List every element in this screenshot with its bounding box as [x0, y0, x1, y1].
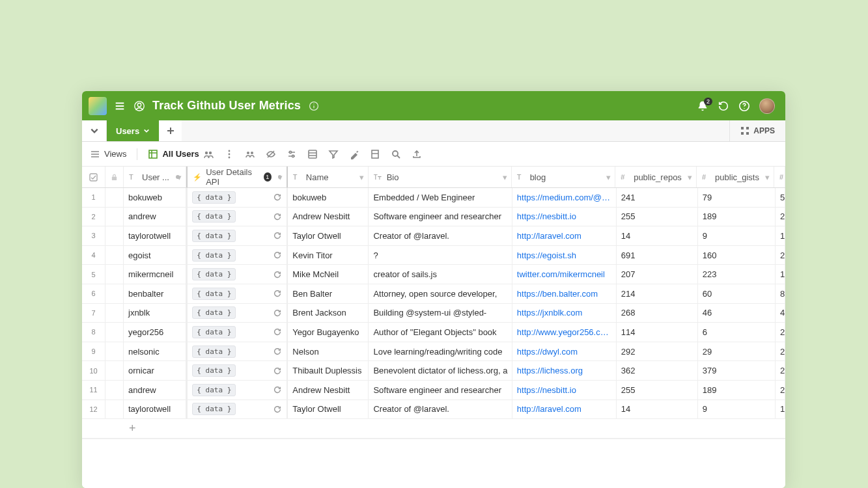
- cell-blog[interactable]: http://laravel.com: [512, 400, 617, 419]
- column-header-repos[interactable]: #public_repos ▾: [615, 167, 697, 187]
- cell-truncated[interactable]: 8: [776, 284, 785, 303]
- cell-login[interactable]: taylorotwell: [124, 226, 186, 245]
- table-row[interactable]: 3 taylorotwell { data } Taylor Otwell Cr…: [82, 226, 785, 246]
- cell-repos[interactable]: 241: [617, 188, 698, 207]
- cell-truncated[interactable]: 1: [776, 226, 785, 245]
- cell-repos[interactable]: 214: [617, 284, 698, 303]
- data-chip[interactable]: { data }: [192, 384, 236, 396]
- cell-name[interactable]: Taylor Otwell: [288, 226, 369, 245]
- blog-link[interactable]: twitter.com/mikermcneil: [517, 269, 605, 279]
- filter-icon[interactable]: [328, 149, 339, 159]
- cell-blog[interactable]: https://egoist.sh: [512, 246, 617, 265]
- cell-blog[interactable]: https://nesbitt.io: [512, 208, 617, 226]
- add-table-button[interactable]: [160, 120, 182, 141]
- cell-api[interactable]: { data }: [186, 284, 288, 303]
- data-chip[interactable]: { data }: [192, 288, 236, 300]
- refresh-icon[interactable]: [273, 308, 282, 318]
- cell-name[interactable]: Yegor Bugayenko: [288, 323, 369, 342]
- blog-link[interactable]: https://dwyl.com: [517, 347, 578, 357]
- current-view[interactable]: All Users: [148, 149, 213, 159]
- cell-bio[interactable]: Creator of @laravel.: [369, 400, 512, 419]
- refresh-icon[interactable]: [273, 347, 282, 356]
- chevron-down-icon[interactable]: ▾: [359, 172, 364, 182]
- table-row[interactable]: 10 ornicar { data } Thibault Duplessis B…: [82, 361, 785, 381]
- cell-bio[interactable]: ?: [369, 246, 512, 265]
- data-chip[interactable]: { data }: [192, 346, 236, 358]
- cell-gists[interactable]: 223: [698, 265, 776, 284]
- blog-link[interactable]: https://egoist.sh: [517, 251, 576, 260]
- blog-link[interactable]: http://laravel.com: [517, 404, 581, 414]
- refresh-icon[interactable]: [273, 385, 282, 394]
- app-logo[interactable]: [89, 97, 107, 115]
- cell-name[interactable]: Taylor Otwell: [288, 400, 369, 419]
- table-row[interactable]: 12 taylorotwell { data } Taylor Otwell C…: [82, 400, 785, 420]
- cell-repos[interactable]: 362: [617, 361, 698, 380]
- cell-truncated[interactable]: 1: [776, 400, 785, 419]
- cell-bio[interactable]: Attorney, open source developer,: [369, 284, 512, 303]
- cell-truncated[interactable]: 2: [776, 381, 785, 400]
- table-row[interactable]: 4 egoist { data } Kevin Titor ? https://…: [82, 246, 785, 265]
- search-icon[interactable]: [391, 149, 401, 159]
- cell-truncated[interactable]: 4: [776, 304, 785, 323]
- history-icon[interactable]: [718, 100, 729, 112]
- filter-settings-icon[interactable]: [287, 149, 297, 159]
- cell-truncated[interactable]: 2: [776, 361, 785, 380]
- blog-link[interactable]: http://www.yegor256.com: [517, 327, 611, 337]
- share-icon[interactable]: [203, 149, 214, 159]
- cell-login[interactable]: mikermcneil: [124, 265, 186, 284]
- user-avatar[interactable]: [759, 98, 775, 114]
- cell-gists[interactable]: 379: [698, 361, 776, 380]
- cell-repos[interactable]: 255: [617, 208, 698, 226]
- row-height-icon[interactable]: [370, 149, 380, 159]
- cell-gists[interactable]: 160: [698, 246, 776, 265]
- cell-login[interactable]: yegor256: [124, 323, 186, 342]
- cell-name[interactable]: Andrew Nesbitt: [288, 381, 369, 400]
- data-chip[interactable]: { data }: [192, 191, 236, 204]
- chevron-down-icon[interactable]: ▾: [765, 172, 770, 182]
- group-icon[interactable]: [307, 149, 318, 159]
- export-icon[interactable]: [412, 149, 422, 159]
- cell-truncated[interactable]: 2: [776, 323, 785, 342]
- cell-truncated[interactable]: 2: [776, 246, 785, 265]
- collaborators-icon[interactable]: [245, 149, 255, 159]
- data-chip[interactable]: { data }: [192, 210, 236, 223]
- cell-name[interactable]: Ben Balter: [288, 284, 369, 303]
- column-header-bio[interactable]: TᴛBio ▾: [369, 167, 512, 187]
- notifications-button[interactable]: 2: [697, 100, 708, 112]
- cell-login[interactable]: jxnblk: [124, 304, 186, 323]
- cell-blog[interactable]: https://ben.balter.com: [512, 284, 617, 303]
- views-menu[interactable]: Views: [90, 149, 126, 159]
- data-chip[interactable]: { data }: [192, 364, 236, 377]
- cell-name[interactable]: Andrew Nesbitt: [288, 208, 369, 226]
- cell-blog[interactable]: twitter.com/mikermcneil: [512, 265, 617, 284]
- refresh-icon[interactable]: [273, 270, 282, 279]
- cell-blog[interactable]: http://laravel.com: [512, 226, 617, 245]
- cell-api[interactable]: { data }: [186, 323, 288, 342]
- cell-truncated[interactable]: 5: [776, 188, 785, 207]
- table-row[interactable]: 9 nelsonic { data } Nelson Love learning…: [82, 342, 785, 362]
- column-header-user[interactable]: TUser ... ▾: [124, 167, 186, 187]
- cell-bio[interactable]: Embedded / Web Engineer: [369, 188, 512, 207]
- cell-repos[interactable]: 14: [617, 226, 698, 245]
- blog-link[interactable]: https://medium.com/@bok: [517, 193, 611, 202]
- apps-button[interactable]: APPS: [729, 120, 785, 141]
- cell-login[interactable]: taylorotwell: [124, 400, 186, 419]
- table-row[interactable]: 2 andrew { data } Andrew Nesbitt Softwar…: [82, 208, 785, 227]
- refresh-icon[interactable]: [273, 251, 282, 260]
- cell-blog[interactable]: https://dwyl.com: [512, 342, 617, 361]
- cell-blog[interactable]: https://medium.com/@bok: [512, 188, 617, 207]
- table-row[interactable]: 6 benbalter { data } Ben Balter Attorney…: [82, 284, 785, 304]
- refresh-icon[interactable]: [273, 366, 282, 375]
- cell-blog[interactable]: https://lichess.org: [512, 361, 617, 380]
- cell-repos[interactable]: 292: [617, 342, 698, 361]
- cell-bio[interactable]: Author of "Elegant Objects" book: [369, 323, 512, 342]
- cell-name[interactable]: Thibault Duplessis: [288, 361, 369, 380]
- column-header-blog[interactable]: Tblog ▾: [512, 167, 616, 187]
- cell-api[interactable]: { data }: [186, 246, 288, 265]
- cell-gists[interactable]: 29: [698, 342, 776, 361]
- cell-login[interactable]: benbalter: [124, 284, 186, 303]
- chevron-down-icon[interactable]: ▾: [177, 172, 182, 182]
- blog-link[interactable]: https://jxnblk.com: [517, 308, 582, 318]
- chevron-down-icon[interactable]: ▾: [688, 172, 692, 182]
- blog-link[interactable]: https://nesbitt.io: [517, 211, 576, 221]
